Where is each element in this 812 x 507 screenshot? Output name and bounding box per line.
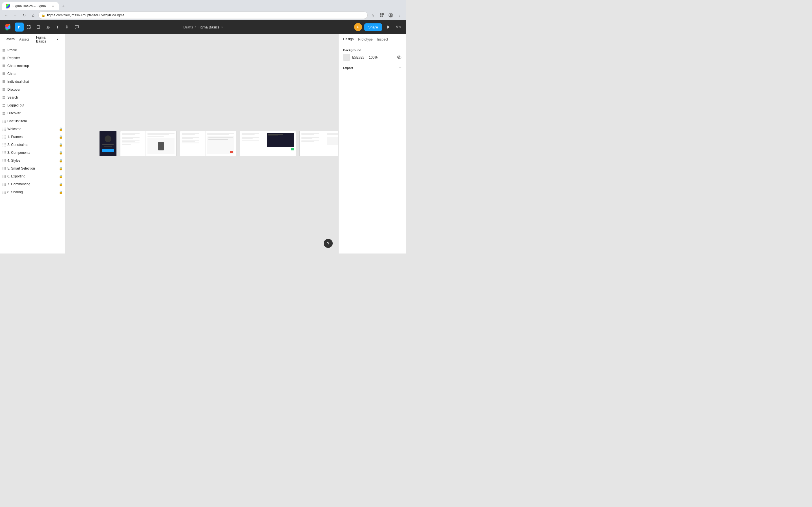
svg-rect-11 <box>27 27 28 29</box>
layer-frame-icon <box>2 96 6 99</box>
back-button[interactable]: ← <box>2 11 10 19</box>
layer-frame-icon <box>2 48 6 52</box>
layer-label: Discover <box>7 88 63 92</box>
text-tool[interactable]: T <box>53 22 62 32</box>
layer-item-chat-list-item[interactable]: Chat list item <box>0 117 65 125</box>
layer-component-icon <box>2 182 6 186</box>
svg-rect-10 <box>27 25 28 27</box>
shape-tool[interactable]: ▾ <box>34 22 43 32</box>
layer-label: Chat list item <box>7 119 63 123</box>
left-panel: Layers Assets Figma Basics ▾ Profile <box>0 34 65 253</box>
layer-lock-icon: 🔒 <box>59 182 63 186</box>
layer-item-chats[interactable]: Chats <box>0 70 65 78</box>
hand-tool[interactable] <box>63 22 71 32</box>
layer-item-1-frames[interactable]: 1. Frames 🔒 <box>0 133 65 141</box>
tab-design[interactable]: Design <box>343 37 354 42</box>
frame-tool[interactable]: ▾ <box>24 22 33 32</box>
layer-component-icon <box>2 159 6 162</box>
chrome-menu-button[interactable]: ⋮ <box>396 11 404 19</box>
refresh-button[interactable]: ↻ <box>20 11 28 19</box>
address-bar[interactable]: 🔒 figma.com/file/Qms3RAm6pfPfaoH0vwgkKM/… <box>38 11 368 19</box>
present-button[interactable] <box>384 23 392 31</box>
layer-lock-icon: 🔒 <box>59 151 63 155</box>
layer-item-8-sharing[interactable]: 8. Sharing 🔒 <box>0 188 65 196</box>
address-text: figma.com/file/Qms3RAm6pfPfaoH0vwgkKM/Fi… <box>47 13 124 17</box>
layer-item-logged-out[interactable]: Logged out <box>0 101 65 109</box>
frame-thumbnail-2[interactable] <box>180 131 236 156</box>
layer-item-individual-chat[interactable]: Individual chat <box>0 78 65 86</box>
figma-menu-button[interactable] <box>3 22 12 32</box>
layer-item-5-smart-selection[interactable]: 5. Smart Selection 🔒 <box>0 165 65 172</box>
breadcrumb-project[interactable]: Figma Basics <box>198 25 220 29</box>
tab-inspect[interactable]: Inspect <box>377 37 388 42</box>
tab-prototype[interactable]: Prototype <box>358 37 372 42</box>
figma-breadcrumb: Drafts / Figma Basics ▾ <box>183 25 222 29</box>
canvas[interactable]: ? <box>65 34 338 253</box>
visibility-toggle-button[interactable] <box>397 55 402 60</box>
layer-frame-icon <box>2 80 6 83</box>
tab-layers[interactable]: Layers <box>4 37 15 42</box>
tab-title: Figma Basics – Figma <box>12 4 46 8</box>
right-panel-content: Background E5E5E5 100% <box>339 45 406 74</box>
frame-thumbnail-4[interactable] <box>299 131 338 156</box>
frame-thumbnail-welcome[interactable] <box>99 131 117 156</box>
bookmark-button[interactable]: ☆ <box>369 11 377 19</box>
browser-toolbar: ← → ↻ ⌂ 🔒 figma.com/file/Qms3RAm6pfPfaoH… <box>0 10 406 20</box>
new-tab-button[interactable]: + <box>59 2 67 10</box>
panel-breadcrumb[interactable]: Figma Basics ▾ <box>34 36 61 43</box>
select-tool[interactable]: ▾ <box>15 22 24 32</box>
layer-component-icon <box>2 119 6 123</box>
layer-label: Profile <box>7 48 63 52</box>
breadcrumb-drafts[interactable]: Drafts <box>183 25 193 29</box>
svg-rect-1 <box>382 13 384 15</box>
background-section: Background E5E5E5 100% <box>343 48 402 61</box>
frame-thumbnail-3[interactable] <box>240 131 296 156</box>
profile-button[interactable] <box>387 11 395 19</box>
tab-assets[interactable]: Assets <box>19 37 29 42</box>
layer-label: Register <box>7 56 63 60</box>
layer-item-7-commenting[interactable]: 7. Commenting 🔒 <box>0 180 65 188</box>
help-button[interactable]: ? <box>324 239 333 248</box>
forward-button[interactable]: → <box>11 11 19 19</box>
layer-item-chats-mockup[interactable]: Chats mockup <box>0 62 65 70</box>
svg-point-4 <box>390 14 392 15</box>
background-opacity-value: 100% <box>369 55 377 59</box>
layer-item-register[interactable]: Register <box>0 54 65 62</box>
home-button[interactable]: ⌂ <box>29 11 37 19</box>
layer-label: 6. Exporting <box>7 174 57 178</box>
layer-lock-icon: 🔒 <box>59 135 63 139</box>
layer-component-icon <box>2 175 6 178</box>
layer-item-search[interactable]: Search <box>0 94 65 101</box>
export-section: Export + <box>343 65 402 70</box>
browser-tab-active[interactable]: Figma Basics – Figma × <box>2 2 59 10</box>
layer-frame-icon <box>2 72 6 75</box>
layer-item-2-constraints[interactable]: 2. Constraints 🔒 <box>0 141 65 149</box>
layer-item-welcome[interactable]: Welcome 🔒 <box>0 125 65 133</box>
topbar-right: C Share 5% <box>354 23 403 31</box>
tab-favicon <box>6 4 10 8</box>
layer-item-profile[interactable]: Profile <box>0 46 65 54</box>
extensions-button[interactable] <box>378 11 386 19</box>
background-color-value: E5E5E5 <box>352 55 364 59</box>
layer-item-discover[interactable]: Discover <box>0 86 65 94</box>
tab-close-button[interactable]: × <box>51 4 55 8</box>
layer-label: Search <box>7 96 63 100</box>
zoom-indicator[interactable]: 5% <box>395 24 403 30</box>
background-color-swatch[interactable] <box>343 54 350 61</box>
pen-tool[interactable]: ▾ <box>43 22 52 32</box>
layer-item-4-styles[interactable]: 4. Styles 🔒 <box>0 157 65 165</box>
export-add-button[interactable]: + <box>398 65 402 70</box>
layer-frame-icon <box>2 64 6 68</box>
figma-app: ▾ ▾ ▾ <box>0 20 406 253</box>
layer-item-3-components[interactable]: 3. Components 🔒 <box>0 149 65 157</box>
comment-tool[interactable] <box>72 22 81 32</box>
layer-item-discover2[interactable]: Discover <box>0 109 65 117</box>
share-button[interactable]: Share <box>364 23 382 31</box>
layer-label: Discover <box>7 111 63 115</box>
breadcrumb-dropdown-arrow[interactable]: ▾ <box>221 25 223 29</box>
layer-lock-icon: 🔒 <box>59 167 63 170</box>
layer-item-6-exporting[interactable]: 6. Exporting 🔒 <box>0 172 65 180</box>
frame-thumbnail-1[interactable] <box>120 131 176 156</box>
user-avatar[interactable]: C <box>354 23 362 31</box>
toolbar-actions: ☆ ⋮ <box>369 11 404 19</box>
